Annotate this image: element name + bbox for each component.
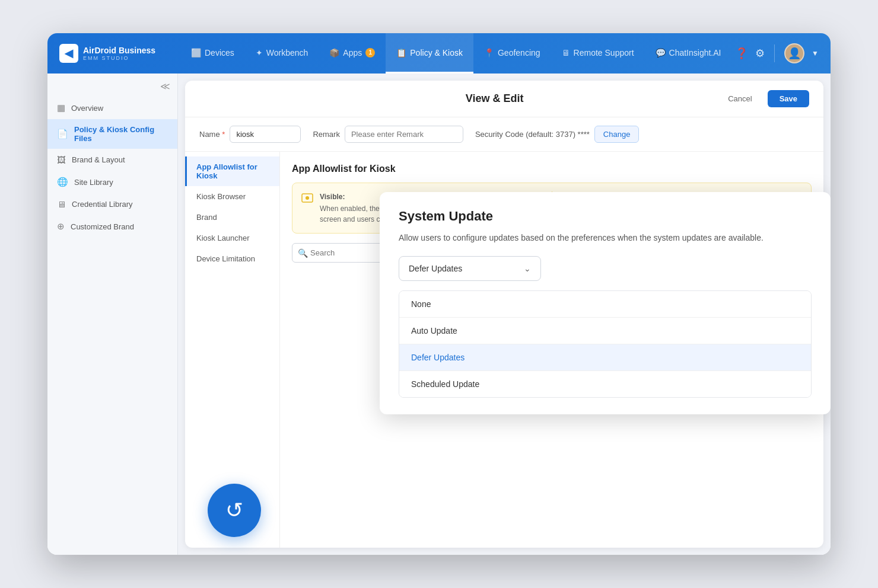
nav-item-policy[interactable]: 📋 Policy & Kiosk (386, 33, 473, 74)
nav-item-workbench[interactable]: ✦ Workbench (245, 33, 319, 74)
name-input[interactable] (230, 126, 301, 143)
apps-icon: 📦 (329, 48, 339, 57)
sidebar-item-policy-kiosk[interactable]: 📄 Policy & Kiosk Config Files (47, 119, 177, 149)
logo-area: ◀ AirDroid Business EMM STUDIO (59, 44, 166, 63)
apps-badge: 1 (365, 48, 375, 57)
credential-library-icon: 🖥 (57, 199, 66, 209)
sidebar-item-customized-brand[interactable]: ⊕ Customized Brand (47, 215, 177, 238)
nav-item-apps[interactable]: 📦 Apps 1 (319, 33, 386, 74)
sidebar-label-site-library: Site Library (74, 178, 113, 187)
nav-label-geofencing: Geofencing (498, 48, 540, 57)
search-icon: 🔍 (298, 248, 308, 258)
nav-label-chatinsight: ChatInsight.AI (669, 48, 721, 57)
dropdown-title: System Update (399, 209, 812, 224)
sidebar: ≪ ▦ Overview 📄 Policy & Kiosk Config Fil… (47, 74, 178, 555)
geofencing-icon: 📍 (484, 48, 494, 57)
nav-item-geofencing[interactable]: 📍 Geofencing (473, 33, 551, 74)
logo-subtitle: EMM STUDIO (83, 55, 155, 61)
main-layout: ≪ ▦ Overview 📄 Policy & Kiosk Config Fil… (47, 74, 831, 555)
fab-icon: ↺ (225, 498, 243, 523)
panel-title: View & Edit (271, 92, 718, 105)
svg-point-1 (306, 196, 309, 200)
nav-label-remote-support: Remote Support (574, 48, 634, 57)
brand-layout-icon: 🖼 (57, 155, 66, 165)
tab-brand[interactable]: Brand (185, 207, 279, 228)
option-none[interactable]: None (399, 291, 811, 318)
tab-device-limitation[interactable]: Device Limitation (185, 248, 279, 269)
cancel-button[interactable]: Cancel (718, 90, 761, 107)
nav-label-devices: Devices (205, 48, 234, 57)
select-box[interactable]: Defer Updates ⌄ (399, 256, 541, 281)
security-group: Security Code (default: 3737) **** Chang… (475, 126, 640, 143)
remark-group: Remark (313, 126, 463, 143)
save-button[interactable]: Save (768, 90, 809, 107)
options-list: None Auto Update Defer Updates Scheduled… (399, 290, 812, 398)
sidebar-collapse-area: ≪ (47, 81, 177, 97)
main-window: ◀ AirDroid Business EMM STUDIO ⬜ Devices… (47, 33, 831, 555)
change-button[interactable]: Change (594, 126, 640, 143)
header-actions: Cancel Save (718, 90, 809, 107)
settings-icon[interactable]: ⚙ (755, 47, 765, 60)
sidebar-label-brand-layout: Brand & Layout (72, 155, 125, 164)
select-selected-label: Defer Updates (409, 264, 462, 273)
sidebar-item-overview[interactable]: ▦ Overview (47, 97, 177, 119)
nav-label-apps: Apps (343, 48, 362, 57)
nav-right: ❓ ⚙ 👤 ▼ (735, 43, 819, 63)
nav-items: ⬜ Devices ✦ Workbench 📦 Apps 1 📋 Policy … (180, 33, 735, 74)
sidebar-item-brand-layout[interactable]: 🖼 Brand & Layout (47, 149, 177, 171)
nav-item-devices[interactable]: ⬜ Devices (180, 33, 245, 74)
dropdown-overlay: System Update Allow users to configure u… (380, 192, 831, 414)
policy-kiosk-icon: 📄 (57, 129, 68, 139)
form-row: Name * Remark Security Code (default: 37… (185, 117, 823, 152)
name-group: Name * (199, 126, 301, 143)
nav-bar: ◀ AirDroid Business EMM STUDIO ⬜ Devices… (47, 33, 831, 74)
logo-text-block: AirDroid Business EMM STUDIO (83, 46, 155, 62)
visible-icon (301, 191, 314, 225)
nav-divider (774, 44, 775, 62)
nav-label-policy: Policy & Kiosk (410, 48, 463, 57)
logo-icon: ◀ (59, 44, 78, 63)
avatar[interactable]: 👤 (784, 43, 804, 63)
overview-icon: ▦ (57, 103, 65, 113)
panel-header: View & Edit Cancel Save (185, 81, 823, 117)
nav-item-remote-support[interactable]: 🖥 Remote Support (551, 33, 645, 74)
remark-label: Remark (313, 130, 340, 139)
policy-icon: 📋 (396, 48, 406, 57)
site-library-icon: 🌐 (57, 177, 68, 187)
workbench-icon: ✦ (256, 48, 263, 57)
required-marker: * (222, 130, 225, 139)
sidebar-item-site-library[interactable]: 🌐 Site Library (47, 171, 177, 193)
tab-kiosk-launcher[interactable]: Kiosk Launcher (185, 228, 279, 248)
remote-support-icon: 🖥 (562, 48, 570, 57)
nav-label-workbench: Workbench (266, 48, 308, 57)
sidebar-label-overview: Overview (71, 104, 103, 113)
select-chevron-icon: ⌄ (524, 264, 531, 273)
customized-brand-icon: ⊕ (57, 221, 65, 232)
chevron-down-icon[interactable]: ▼ (812, 49, 819, 57)
sidebar-label-policy-kiosk: Policy & Kiosk Config Files (74, 125, 168, 143)
name-label: Name * (199, 130, 225, 139)
collapse-button[interactable]: ≪ (160, 81, 170, 92)
fab-button[interactable]: ↺ (208, 484, 261, 537)
devices-icon: ⬜ (191, 48, 201, 57)
sidebar-label-credential-library: Credential Library (72, 200, 133, 209)
tab-kiosk-browser[interactable]: Kiosk Browser (185, 186, 279, 207)
option-scheduled-update[interactable]: Scheduled Update (399, 371, 811, 397)
security-label: Security Code (default: 3737) **** (475, 130, 590, 139)
tab-app-allowlist[interactable]: App Allowlist for Kiosk (185, 156, 279, 186)
sidebar-label-customized-brand: Customized Brand (71, 222, 134, 231)
logo-title: AirDroid Business (83, 46, 155, 56)
option-auto-update[interactable]: Auto Update (399, 318, 811, 344)
chatinsight-icon: 💬 (656, 48, 666, 57)
content-area: View & Edit Cancel Save Name * (178, 74, 831, 555)
help-icon[interactable]: ❓ (735, 47, 748, 60)
remark-input[interactable] (345, 126, 463, 143)
section-title: App Allowlist for Kiosk (292, 164, 812, 174)
sidebar-item-credential-library[interactable]: 🖥 Credential Library (47, 193, 177, 215)
option-defer-updates[interactable]: Defer Updates (399, 344, 811, 371)
nav-item-chatinsight[interactable]: 💬 ChatInsight.AI (645, 33, 732, 74)
dropdown-desc: Allow users to configure updates based o… (399, 231, 812, 244)
